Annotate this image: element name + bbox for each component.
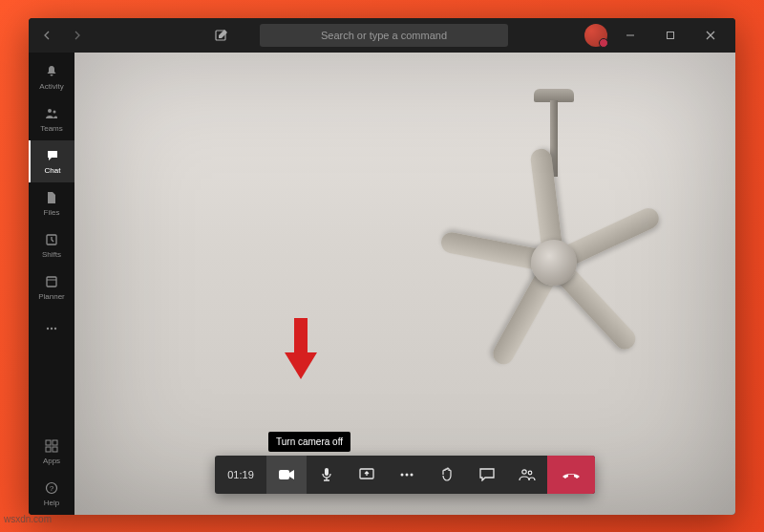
participants-button[interactable] [507, 456, 547, 494]
compose-button[interactable] [208, 22, 235, 49]
svg-point-21 [406, 473, 409, 476]
svg-text:?: ? [50, 484, 54, 493]
chat-button[interactable] [467, 456, 507, 494]
svg-point-24 [528, 471, 532, 475]
svg-point-23 [522, 469, 526, 473]
svg-point-9 [51, 327, 53, 329]
sidebar-label: Activity [39, 82, 63, 91]
forward-button[interactable] [65, 24, 88, 47]
more-icon [43, 320, 60, 337]
back-button[interactable] [36, 24, 59, 47]
sidebar-item-activity[interactable]: Activity [29, 56, 74, 98]
svg-point-8 [47, 327, 49, 329]
avatar[interactable] [584, 24, 607, 47]
svg-rect-14 [53, 447, 57, 452]
apps-icon [43, 437, 60, 455]
chat-icon [44, 147, 61, 164]
annotation-arrow [285, 318, 317, 381]
raise-hand-button[interactable] [427, 456, 467, 494]
teams-icon [43, 105, 60, 122]
shifts-icon [43, 231, 60, 248]
sidebar-item-shifts[interactable]: Shifts [29, 224, 74, 266]
sidebar-item-more[interactable] [29, 309, 74, 351]
call-toolbar: 01:19 [215, 456, 595, 494]
body: Activity Teams Chat Files Shifts Planner [29, 53, 735, 515]
sidebar-label: Help [44, 499, 59, 507]
sidebar-label: Files [44, 208, 60, 217]
svg-point-22 [411, 473, 414, 476]
video-feed: Turn camera off 01:19 [74, 53, 735, 515]
bell-icon [43, 63, 60, 80]
call-duration: 01:19 [215, 456, 266, 494]
sidebar-label: Shifts [42, 250, 61, 259]
sidebar-item-planner[interactable]: Planner [29, 266, 74, 309]
planner-icon [43, 273, 60, 290]
sidebar-label: Chat [45, 166, 61, 175]
svg-rect-2 [668, 32, 674, 38]
svg-rect-6 [47, 277, 56, 287]
camera-tooltip: Turn camera off [268, 432, 350, 452]
sidebar-item-chat[interactable]: Chat [29, 140, 74, 182]
svg-point-4 [53, 111, 56, 114]
search-input[interactable]: Search or type a command [260, 24, 508, 47]
sidebar: Activity Teams Chat Files Shifts Planner [29, 53, 74, 515]
minimize-button[interactable] [613, 22, 647, 49]
ceiling-fan [449, 158, 659, 368]
share-screen-button[interactable] [347, 456, 387, 494]
watermark: wsxdn.com [4, 514, 52, 524]
sidebar-item-help[interactable]: ? Help [29, 473, 74, 515]
sidebar-label: Planner [38, 292, 65, 301]
titlebar: Search or type a command [29, 18, 735, 53]
help-icon: ? [43, 479, 60, 497]
svg-rect-12 [53, 440, 57, 445]
camera-toggle-button[interactable] [266, 456, 307, 494]
teams-window: Search or type a command Activity Teams … [29, 18, 735, 515]
hangup-button[interactable] [547, 456, 595, 494]
files-icon [43, 189, 60, 206]
sidebar-item-teams[interactable]: Teams [29, 98, 74, 140]
svg-point-20 [401, 473, 404, 476]
maximize-button[interactable] [653, 22, 688, 49]
mic-toggle-button[interactable] [307, 456, 347, 494]
svg-rect-13 [46, 447, 51, 452]
more-actions-button[interactable] [387, 456, 427, 494]
close-button[interactable] [693, 22, 728, 49]
svg-rect-11 [46, 440, 51, 445]
sidebar-label: Teams [40, 124, 63, 133]
sidebar-label: Apps [43, 457, 60, 465]
svg-point-10 [54, 327, 56, 329]
svg-rect-17 [279, 470, 289, 479]
sidebar-item-apps[interactable]: Apps [29, 431, 74, 473]
svg-point-3 [48, 109, 52, 113]
sidebar-item-files[interactable]: Files [29, 182, 74, 224]
svg-rect-18 [325, 468, 329, 476]
